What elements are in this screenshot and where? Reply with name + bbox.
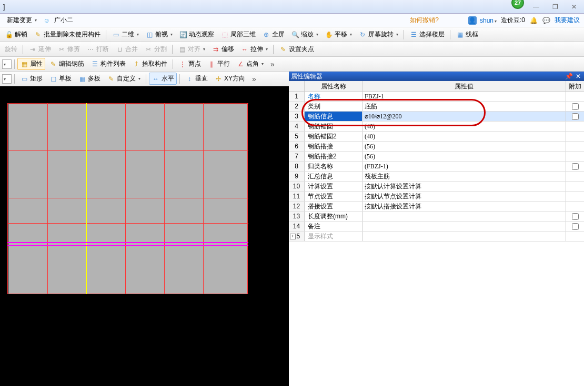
row-addon[interactable] xyxy=(566,202,584,211)
row-value[interactable]: (56) xyxy=(363,142,566,151)
row-addon[interactable] xyxy=(566,102,584,111)
drawing-canvas[interactable] xyxy=(0,86,289,386)
addon-checkbox[interactable] xyxy=(572,163,579,170)
row-value[interactable]: (40) xyxy=(363,132,566,141)
row-addon[interactable] xyxy=(566,192,584,201)
row-addon[interactable] xyxy=(566,172,584,181)
list-button[interactable]: ☰构件列表 xyxy=(88,58,128,70)
bell-icon[interactable]: 🔔 xyxy=(529,16,538,25)
row-addon[interactable] xyxy=(566,162,584,171)
angle-button[interactable]: ∠点角 xyxy=(234,58,266,70)
window-close[interactable]: ✕ xyxy=(567,3,581,11)
prop-row[interactable]: 4钢筋锚固(40) xyxy=(289,122,584,132)
combo-2[interactable] xyxy=(2,74,12,84)
addon-checkbox[interactable] xyxy=(572,103,579,110)
pan-button[interactable]: ✋平移 xyxy=(322,28,355,41)
panel-pin[interactable]: 📌 xyxy=(565,73,572,80)
dynamic-button[interactable]: 🔄动态观察 xyxy=(176,28,217,41)
panel-close[interactable]: ✕ xyxy=(575,73,582,80)
prop-row[interactable]: 12搭接设置按默认搭接设置计算 xyxy=(289,202,584,212)
suggest-link[interactable]: 我要建议 xyxy=(555,16,580,25)
row-addon[interactable] xyxy=(566,92,584,101)
window-min[interactable]: — xyxy=(529,3,543,11)
prop-row[interactable]: 6钢筋搭接(56) xyxy=(289,142,584,152)
vert-button[interactable]: ↕垂直 xyxy=(183,73,210,85)
helper-name[interactable]: 广小二 xyxy=(54,16,73,25)
prop-row[interactable]: 9汇总信息筏板主筋 xyxy=(289,172,584,182)
notification-badge[interactable]: 27 xyxy=(511,0,524,9)
row-value[interactable] xyxy=(363,222,566,231)
prop-row[interactable]: 2类别底筋 xyxy=(289,102,584,112)
prop-row[interactable]: 7钢筋搭接2(56) xyxy=(289,152,584,162)
row-addon[interactable] xyxy=(566,152,584,161)
row-addon[interactable] xyxy=(566,122,584,131)
row-value[interactable]: 按默认计算设置计算 xyxy=(363,182,566,191)
xy-button[interactable]: ✢XY方向 xyxy=(212,73,248,85)
new-change-dropdown[interactable]: 新建变更 xyxy=(4,14,39,26)
window-max[interactable]: ❐ xyxy=(548,3,562,11)
combo-1[interactable] xyxy=(2,59,12,69)
row-addon[interactable] xyxy=(566,212,584,221)
local3d-button[interactable]: ⬚局部三维 xyxy=(218,28,258,41)
addon-checkbox[interactable] xyxy=(572,113,579,120)
edit-rebar-button[interactable]: ✎编辑钢筋 xyxy=(46,58,87,70)
addon-checkbox[interactable] xyxy=(572,213,579,220)
row-value[interactable]: 按默认节点设置计算 xyxy=(363,192,566,201)
clamp-button[interactable]: ✎设置夹点 xyxy=(276,43,317,55)
row-addon[interactable] xyxy=(566,142,584,151)
horiz-button[interactable]: ↔水平 xyxy=(149,73,177,85)
row-value[interactable]: 筏板主筋 xyxy=(363,172,566,181)
fullscreen-button[interactable]: ⊕全屏 xyxy=(259,28,287,41)
row-value[interactable]: ⌀10/⌀12@200 xyxy=(363,112,566,121)
rect-button[interactable]: ▭矩形 xyxy=(17,73,45,85)
user-name[interactable]: shun xyxy=(480,17,497,24)
prop-row[interactable]: 1名称FBZJ-1 xyxy=(289,92,584,102)
pick-button[interactable]: ⤴拾取构件 xyxy=(129,58,170,70)
wireframe-button[interactable]: ▦线框 xyxy=(453,28,481,41)
parallel-button[interactable]: ∥平行 xyxy=(205,58,233,70)
select-floor-button[interactable]: ☰选择楼层 xyxy=(407,28,447,41)
prop-row[interactable]: 14备注 xyxy=(289,222,584,232)
single-button[interactable]: ▢单板 xyxy=(46,73,74,85)
more-tools[interactable]: » xyxy=(270,60,275,68)
row-value[interactable]: 底筋 xyxy=(363,102,566,111)
row-value[interactable]: (FBZJ-1) xyxy=(363,162,566,171)
row-value[interactable]: (56) xyxy=(363,152,566,161)
addon-checkbox[interactable] xyxy=(572,223,579,230)
row-value[interactable] xyxy=(363,212,566,221)
stretch-button[interactable]: ↔拉伸 xyxy=(238,43,270,55)
offset-button[interactable]: ⇉偏移 xyxy=(209,43,237,55)
more-draw[interactable]: » xyxy=(252,75,256,83)
unlock-button[interactable]: 🔓解锁 xyxy=(2,28,30,41)
row-name: 钢筋信息 xyxy=(305,112,363,121)
prop-row[interactable]: 11节点设置按默认节点设置计算 xyxy=(289,192,584,202)
cost-bean[interactable]: 造价豆:0 xyxy=(501,16,525,25)
custom-button[interactable]: ✎自定义 xyxy=(104,73,143,85)
row-value[interactable] xyxy=(363,232,566,241)
prop-row[interactable]: 15显示样式 xyxy=(289,232,584,242)
rotate-button[interactable]: 旋转 xyxy=(2,43,20,55)
prop-row[interactable]: 3钢筋信息⌀10/⌀12@200 xyxy=(289,112,584,122)
zoom-button[interactable]: 🔍缩放 xyxy=(288,28,321,41)
row-value[interactable]: (40) xyxy=(363,122,566,131)
prop-row[interactable]: 5钢筋锚固2(40) xyxy=(289,132,584,142)
row-addon[interactable] xyxy=(566,232,584,241)
rotate-screen-button[interactable]: ↻屏幕旋转 xyxy=(356,28,401,41)
row-addon[interactable] xyxy=(566,222,584,231)
multi-button[interactable]: ▦多板 xyxy=(75,73,103,85)
panel-title-text: 属性编辑器 xyxy=(291,72,323,81)
2d-button[interactable]: ▭二维 xyxy=(109,28,142,41)
prop-row[interactable]: 10计算设置按默认计算设置计算 xyxy=(289,182,584,192)
two-point-button[interactable]: ⋮两点 xyxy=(176,58,204,70)
prop-row[interactable]: 13长度调整(mm) xyxy=(289,212,584,222)
props-button[interactable]: ▦属性 xyxy=(17,58,45,70)
row-addon[interactable] xyxy=(566,132,584,141)
prop-row[interactable]: 8归类名称(FBZJ-1) xyxy=(289,162,584,172)
row-value[interactable]: 按默认搭接设置计算 xyxy=(363,202,566,211)
row-addon[interactable] xyxy=(566,112,584,121)
bird-button[interactable]: ◫俯视 xyxy=(143,28,175,41)
batch-delete-button[interactable]: ✎批量删除未使用构件 xyxy=(31,28,103,41)
row-value[interactable]: FBZJ-1 xyxy=(363,92,566,101)
how-undo-link[interactable]: 如何撤销? xyxy=(410,16,439,25)
row-addon[interactable] xyxy=(566,182,584,191)
